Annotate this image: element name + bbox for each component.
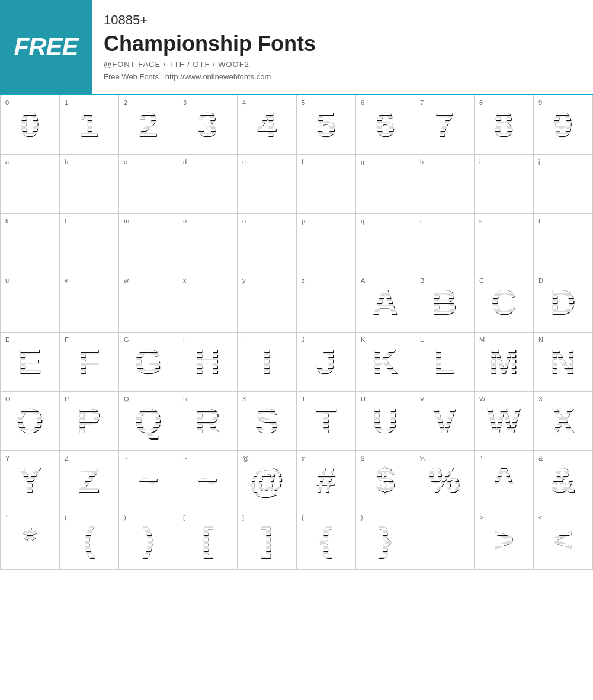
glyph-char: J <box>316 344 336 380</box>
glyph-label: ^ <box>479 455 482 462</box>
glyph-cell: p <box>297 214 356 273</box>
glyph-label: K <box>361 336 365 343</box>
glyph-char: L <box>434 344 456 380</box>
glyph-char: ) <box>143 522 155 558</box>
glyph-label: 8 <box>479 99 483 106</box>
glyph-cell: m <box>119 214 178 273</box>
glyph-label: 5 <box>302 99 305 106</box>
glyph-label: n <box>183 218 187 225</box>
glyph-cell: RR <box>178 392 238 451</box>
glyph-cell: XX <box>534 392 593 451</box>
glyph-label: 9 <box>538 99 542 106</box>
glyph-char: } <box>379 522 392 558</box>
glyph-label: X <box>538 395 543 402</box>
glyph-char: C <box>491 285 517 321</box>
glyph-char: Z <box>78 463 100 498</box>
glyph-label: 0 <box>5 99 9 106</box>
glyph-label: I <box>242 336 244 343</box>
glyph-label: A <box>361 277 365 284</box>
glyph-char: T <box>315 404 337 439</box>
glyph-cell: YY <box>1 451 60 510</box>
glyph-cell: i <box>475 155 534 214</box>
glyph-label: g <box>361 158 364 165</box>
glyph-char: P <box>77 404 101 439</box>
glyph-cell: QQ <box>119 392 178 451</box>
glyph-cell: t <box>534 214 593 273</box>
glyph-char: D <box>550 285 576 321</box>
glyph-char: ] <box>261 522 273 558</box>
glyph-cell: x <box>178 273 238 333</box>
glyph-label: 7 <box>420 99 424 106</box>
glyph-label: l <box>65 218 66 225</box>
glyph-label: 3 <box>183 99 187 106</box>
glyph-cell: r <box>415 214 475 273</box>
glyph-cell: 11 <box>60 95 119 155</box>
glyph-cell: q <box>356 214 415 273</box>
glyph-cell: 99 <box>534 95 593 155</box>
glyph-char: G <box>134 344 162 380</box>
glyph-label: & <box>538 455 543 462</box>
glyph-char: 0 <box>20 107 40 143</box>
glyph-label: M <box>479 336 485 343</box>
glyph-cell: LL <box>415 333 475 392</box>
glyph-label: W <box>479 395 485 402</box>
glyph-cell: @@ <box>238 451 297 510</box>
glyph-cell: CC <box>475 273 534 333</box>
glyph-cell: PP <box>60 392 119 451</box>
glyph-label: t <box>538 218 540 225</box>
glyph-label: r <box>420 218 422 225</box>
glyph-label: H <box>183 336 188 343</box>
glyph-cell: n <box>178 214 238 273</box>
glyph-char: ~ <box>197 463 218 498</box>
glyph-label: F <box>65 336 69 343</box>
glyph-cell: TT <box>297 392 356 451</box>
glyph-char: O <box>16 404 44 439</box>
glyph-cell: d <box>178 155 238 214</box>
glyph-label: Q <box>124 395 129 402</box>
glyph-char: % <box>429 463 460 498</box>
glyph-label: 2 <box>124 99 127 106</box>
glyph-label: U <box>361 395 366 402</box>
glyph-label: V <box>420 395 424 402</box>
glyph-cell: f <box>297 155 356 214</box>
glyph-label: v <box>65 277 68 284</box>
glyph-cell: JJ <box>297 333 356 392</box>
glyph-char: ^ <box>493 463 514 498</box>
glyph-char: B <box>432 285 457 321</box>
font-count: 10885+ <box>104 12 316 28</box>
glyph-cell: ## <box>297 451 356 510</box>
glyph-cell: WW <box>475 392 534 451</box>
glyph-char: K <box>373 344 398 380</box>
font-title: Championship Fonts <box>104 31 316 56</box>
glyph-cell: UU <box>356 392 415 451</box>
glyph-cell: (( <box>60 510 119 570</box>
glyph-cell: OO <box>1 392 60 451</box>
glyph-label: i <box>479 158 480 165</box>
glyph-char: F <box>78 344 100 380</box>
glyph-label: O <box>5 395 11 402</box>
glyph-char: > <box>493 522 514 558</box>
glyph-cell: EE <box>1 333 60 392</box>
glyph-label: 6 <box>361 99 364 106</box>
glyph-char: 9 <box>553 107 573 143</box>
glyph-cell: 77 <box>415 95 475 155</box>
glyph-label: S <box>242 395 246 402</box>
glyph-cell: FF <box>60 333 119 392</box>
glyph-cell: $$ <box>356 451 415 510</box>
glyph-char: 6 <box>376 107 395 143</box>
glyph-label: ) <box>124 514 126 521</box>
glyph-label: h <box>420 158 424 165</box>
glyph-char: 2 <box>139 107 158 143</box>
glyph-char: U <box>373 404 398 439</box>
glyph-cell: g <box>356 155 415 214</box>
glyph-label: > <box>479 514 483 521</box>
glyph-cell: k <box>1 214 60 273</box>
glyph-label: b <box>65 158 68 165</box>
glyph-label: B <box>420 277 424 284</box>
font-formats: @FONT-FACE / TTF / OTF / WOOF2 <box>104 60 316 69</box>
glyph-label: J <box>302 336 305 343</box>
glyph-cell: ~~ <box>178 451 238 510</box>
glyph-char: 3 <box>198 107 217 143</box>
glyph-label: R <box>183 395 188 402</box>
glyph-cell: DD <box>534 273 593 333</box>
